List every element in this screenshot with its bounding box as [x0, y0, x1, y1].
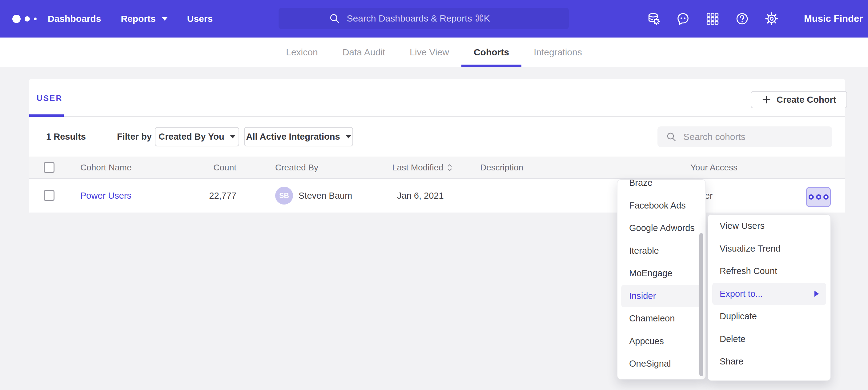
search-icon [329, 12, 341, 25]
tab-cohorts-label: Cohorts [474, 47, 509, 58]
cohort-type-tabs: USER Create Cohort [29, 79, 845, 117]
tab-data-audit[interactable]: Data Audit [343, 37, 385, 67]
menu-item-onesignal[interactable]: OneSignal [617, 353, 706, 375]
nav-reports[interactable]: Reports [121, 13, 167, 24]
last-modified-date: Jan 6, 2021 [397, 179, 444, 213]
tab-live-view-label: Live View [410, 47, 449, 58]
cohort-search[interactable] [657, 126, 832, 147]
menu-item-braze[interactable]: Braze [617, 179, 706, 194]
cohort-search-input[interactable] [683, 132, 819, 142]
feedback-icon[interactable] [676, 12, 690, 26]
created-by-filter[interactable]: Created By You [155, 127, 239, 147]
global-search-input[interactable] [347, 13, 519, 24]
user-tab-underline [29, 115, 64, 117]
menu-item-view-users[interactable]: View Users [708, 215, 831, 237]
nav-dashboards-label: Dashboards [48, 13, 101, 24]
top-nav: Dashboards Reports Users [0, 0, 868, 37]
avatar: SB [275, 187, 293, 204]
apps-grid-icon[interactable] [706, 12, 720, 26]
menu-item-refresh-count[interactable]: Refresh Count [708, 260, 831, 283]
menu-item-visualize-trend[interactable]: Visualize Trend [708, 237, 831, 260]
header-description[interactable]: Description [480, 157, 523, 179]
row-more-actions-button[interactable] [806, 187, 831, 207]
logo-dot-large [12, 15, 21, 23]
nav-right-cluster: Music Finder [646, 0, 868, 37]
header-your-access[interactable]: Your Access [690, 157, 738, 179]
menu-item-appcues[interactable]: Appcues [617, 330, 706, 353]
divider [105, 127, 105, 147]
cohorts-card: USER Create Cohort 1 Results Filter by C… [29, 79, 845, 213]
menu-item-iterable[interactable]: Iterable [617, 239, 706, 262]
tab-integrations[interactable]: Integrations [534, 37, 582, 67]
tab-live-view[interactable]: Live View [410, 37, 449, 67]
chevron-down-icon [230, 135, 236, 138]
header-cohort-name[interactable]: Cohort Name [80, 157, 132, 179]
primary-nav: Dashboards Reports Users [48, 0, 213, 37]
submenu-arrow-icon [814, 291, 819, 297]
tab-cohorts[interactable]: Cohorts [474, 37, 509, 67]
header-last-modified[interactable]: Last Modified [392, 157, 453, 179]
nav-users-label: Users [187, 13, 213, 24]
nav-users[interactable]: Users [187, 13, 213, 24]
export-destinations-list: Braze Facebook Ads Google Adwords Iterab… [617, 179, 706, 375]
row-context-list: View Users Visualize Trend Refresh Count… [708, 215, 831, 373]
menu-item-moengage[interactable]: MoEngage [617, 262, 706, 285]
filter-by-label: Filter by [117, 117, 152, 157]
export-to-label: Export to... [720, 289, 763, 299]
more-dot-icon [824, 194, 829, 200]
results-count: 1 Results [46, 117, 86, 157]
plus-icon [762, 95, 771, 104]
global-search[interactable] [279, 8, 569, 29]
header-last-modified-label: Last Modified [392, 163, 443, 172]
logo-dot-small [34, 18, 37, 20]
workspace-switcher[interactable]: Music Finder [804, 13, 868, 24]
tab-data-audit-label: Data Audit [343, 47, 385, 58]
menu-item-export-to[interactable]: Export to... [712, 283, 826, 305]
menu-item-delete[interactable]: Delete [708, 328, 831, 351]
menu-item-facebook-ads[interactable]: Facebook Ads [617, 194, 706, 217]
created-by-name: Steven Baum [299, 179, 352, 213]
section-tabbar: Lexicon Data Audit Live View Cohorts Int… [0, 37, 868, 67]
search-icon [665, 131, 677, 143]
row-checkbox[interactable] [44, 190, 55, 201]
active-tab-underline [461, 65, 521, 67]
tab-user-cohorts[interactable]: USER [37, 79, 62, 117]
cohorts-page: Dashboards Reports Users [0, 0, 868, 390]
logo-dot-medium [25, 16, 30, 22]
avatar-initials: SB [279, 192, 289, 200]
nav-dashboards[interactable]: Dashboards [48, 13, 101, 24]
submenu-scrollbar[interactable] [699, 233, 703, 376]
created-by-filter-label: Created By You [158, 132, 224, 142]
more-dot-icon [809, 194, 814, 200]
select-all-checkbox[interactable] [44, 162, 55, 173]
table-row: Power Users 22,777 SB Steven Baum Jan 6,… [29, 179, 845, 213]
menu-item-share[interactable]: Share [708, 350, 831, 373]
tab-integrations-label: Integrations [534, 47, 582, 58]
workspace-name: Music Finder [804, 13, 863, 24]
header-created-by[interactable]: Created By [275, 157, 318, 179]
settings-gear-icon[interactable] [765, 12, 779, 26]
nav-reports-label: Reports [121, 13, 155, 24]
menu-item-chameleon[interactable]: Chameleon [617, 307, 706, 330]
data-management-icon[interactable] [646, 12, 660, 26]
more-dot-icon [816, 194, 821, 200]
create-cohort-label: Create Cohort [777, 95, 836, 105]
tab-lexicon[interactable]: Lexicon [286, 37, 318, 67]
filter-bar: 1 Results Filter by Created By You All A… [29, 117, 845, 157]
help-icon[interactable] [735, 12, 749, 26]
sort-icon [446, 163, 453, 172]
menu-item-duplicate[interactable]: Duplicate [708, 305, 831, 328]
menu-item-insider[interactable]: Insider [621, 285, 702, 307]
integrations-filter[interactable]: All Active Integrations [244, 127, 353, 147]
chevron-down-icon [346, 135, 351, 138]
chevron-down-icon [162, 17, 167, 21]
create-cohort-button[interactable]: Create Cohort [751, 91, 847, 108]
export-destinations-menu: Braze Facebook Ads Google Adwords Iterab… [617, 179, 706, 380]
menu-item-google-adwords[interactable]: Google Adwords [617, 217, 706, 239]
header-count[interactable]: Count [195, 157, 237, 179]
mixpanel-logo[interactable] [12, 0, 37, 37]
tab-lexicon-label: Lexicon [286, 47, 318, 58]
tab-user-label: USER [37, 94, 62, 103]
cohort-name-link[interactable]: Power Users [80, 191, 131, 201]
row-context-menu: View Users Visualize Trend Refresh Count… [708, 215, 831, 381]
